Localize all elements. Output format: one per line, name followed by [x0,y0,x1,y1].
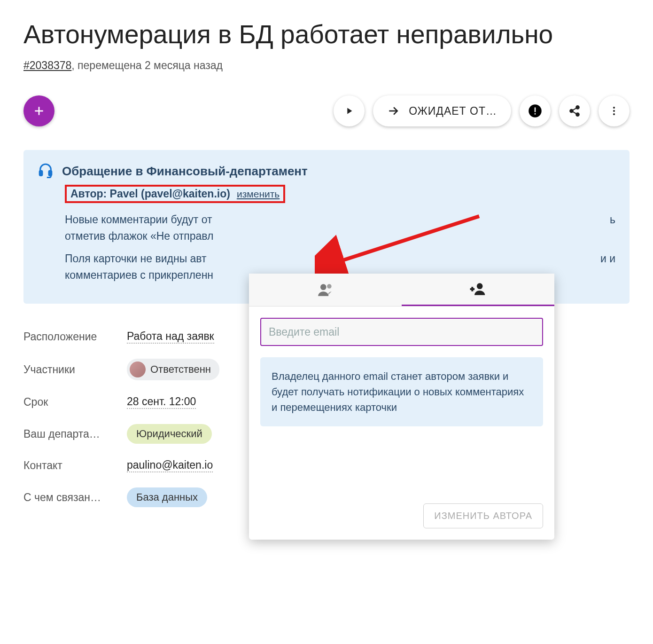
department-label: Ваш департа… [23,428,117,440]
toolbar: ОЖИДАЕТ ОТ… [23,95,630,126]
status-label: ОЖИДАЕТ ОТ… [409,105,497,118]
people-icon [317,281,334,299]
svg-point-6 [576,106,579,109]
more-button[interactable] [599,95,630,126]
members-label: Участники [23,363,117,376]
related-label: С чем связан… [23,491,117,504]
card-meta: #2038378, перемещена 2 месяца назад [23,59,630,72]
info-block: Владелец данного email станет автором за… [260,357,543,426]
svg-line-10 [573,112,576,114]
svg-rect-4 [535,108,536,112]
svg-point-11 [613,107,615,109]
email-input[interactable] [260,318,543,346]
more-vertical-icon [608,105,620,117]
svg-point-7 [570,110,573,113]
change-author-link[interactable]: изменить [237,188,280,200]
plus-icon [33,105,45,117]
play-button[interactable] [334,95,365,126]
share-button[interactable] [559,95,590,126]
change-author-popup: Владелец данного email станет автором за… [249,274,554,540]
related-chip[interactable]: База данных [127,487,207,507]
location-value[interactable]: Работа над заявк [127,330,214,344]
svg-point-17 [320,284,326,290]
avatar [130,361,146,377]
svg-point-19 [476,283,482,289]
submit-change-author-button[interactable]: ИЗМЕНИТЬ АВТОРА [423,503,543,528]
member-chip-label: Ответственн [150,363,211,376]
svg-point-12 [613,110,615,112]
svg-line-9 [573,108,576,110]
author-highlight: Автор: Pavel (pavel@kaiten.io) изменить [65,185,285,203]
person-add-icon [469,280,487,298]
svg-point-8 [576,113,579,116]
alert-button[interactable] [520,95,551,126]
alert-icon [528,104,542,118]
svg-point-18 [327,284,332,289]
svg-point-13 [613,113,615,115]
moved-text: , перемещена 2 месяца назад [71,59,223,71]
due-label: Срок [23,396,117,408]
contact-label: Контакт [23,459,117,472]
add-button[interactable] [23,95,54,126]
popup-tabs [249,274,554,306]
issue-id-link[interactable]: #2038378 [23,59,71,71]
tab-add-user[interactable] [402,274,554,306]
request-heading: Обращение в Финансовый-департамент [62,164,308,179]
play-icon [344,106,354,116]
tab-existing-users[interactable] [249,274,402,306]
headset-icon [38,162,54,180]
card-title: Автонумерация в БД работает неправильно [23,19,630,50]
arrow-right-icon [387,105,399,117]
svg-rect-5 [535,113,536,115]
contact-value[interactable]: paulino@kaiten.io [127,459,213,472]
request-body: Новые комментарии будут отьотметив флажо… [65,212,615,283]
status-button[interactable]: ОЖИДАЕТ ОТ… [373,95,511,126]
location-label: Расположение [23,330,117,343]
department-chip[interactable]: Юридический [127,424,212,444]
member-chip[interactable]: Ответственн [127,359,219,380]
share-icon [568,105,581,117]
author-text: Автор: Pavel (pavel@kaiten.io) [70,188,230,200]
svg-rect-14 [39,171,42,175]
svg-rect-15 [49,171,52,175]
due-value[interactable]: 28 сент. 12:00 [127,395,196,409]
